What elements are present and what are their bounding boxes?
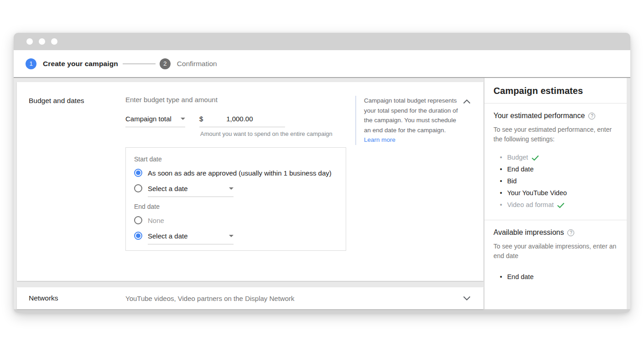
dropdown-arrow-icon	[229, 187, 234, 190]
radio-option-label: As soon as ads are approved (usually wit…	[148, 169, 332, 177]
window-control-dot[interactable]	[51, 38, 57, 45]
end-date-option-none[interactable]: None	[134, 216, 338, 224]
estimated-performance-description: To see your estimated performance, enter…	[493, 125, 618, 144]
budget-amount-helper: Amount you want to spend on the entire c…	[200, 130, 355, 137]
radio-unselected-icon[interactable]	[134, 184, 142, 192]
chevron-down-icon	[463, 296, 471, 300]
list-item-your-youtube-video: • Your YouTube Video	[500, 187, 618, 199]
list-item-video-ad-format: • Video ad format	[500, 199, 618, 211]
campaign-setup-window: 1 Create your campaign 2 Confirmation Bu…	[14, 33, 630, 313]
end-date-option-select-date[interactable]: Select a date	[134, 232, 338, 240]
window-control-dot[interactable]	[26, 38, 33, 45]
budget-instruction: Enter budget type and amount	[125, 96, 355, 104]
budget-field-row: Campaign total $	[125, 115, 355, 127]
sidebar-header: Campaign estimates	[484, 78, 627, 104]
section-heading-row: Your estimated performance ?	[493, 112, 618, 120]
impressions-requirements-list: • End date	[493, 271, 618, 283]
step-number-badge: 2	[160, 58, 171, 69]
bullet-icon: •	[500, 199, 502, 211]
bullet-icon: •	[500, 271, 502, 283]
start-date-option-asap[interactable]: As soon as ads are approved (usually wit…	[134, 169, 338, 177]
networks-card[interactable]: Networks YouTube videos, Video partners …	[17, 287, 483, 309]
requirement-label: Your YouTube Video	[507, 187, 567, 199]
budget-form-column: Enter budget type and amount Campaign to…	[125, 82, 355, 281]
checkmark-icon	[531, 155, 539, 161]
requirement-label: End date	[507, 271, 534, 283]
budget-help-block: Campaign total budget represents your to…	[355, 96, 461, 145]
bullet-icon: •	[500, 163, 502, 175]
bullet-icon: •	[500, 187, 502, 199]
collapse-section-button[interactable]	[463, 98, 471, 106]
radio-unselected-icon[interactable]	[134, 216, 142, 224]
requirement-label: End date	[507, 163, 534, 175]
radio-option-label: None	[148, 217, 164, 224]
content-area: Budget and dates Enter budget type and a…	[14, 78, 630, 309]
requirement-label: Budget	[507, 151, 528, 163]
estimated-performance-heading: Your estimated performance	[493, 112, 585, 120]
step-number-badge: 1	[26, 58, 36, 69]
window-titlebar	[14, 33, 630, 50]
dropdown-arrow-icon	[181, 118, 185, 120]
estimated-performance-section: Your estimated performance ? To see your…	[484, 104, 627, 220]
sidebar-title: Campaign estimates	[493, 86, 618, 96]
available-impressions-description: To see your available impressions, enter…	[493, 242, 618, 261]
chevron-up-icon	[463, 99, 471, 104]
currency-symbol: $	[199, 115, 203, 123]
networks-section-title: Networks	[29, 294, 125, 302]
requirement-label: Bid	[507, 175, 517, 187]
end-date-select-label: Select a date	[148, 232, 188, 240]
checkmark-icon	[557, 202, 565, 208]
start-date-option-select-date[interactable]: Select a date	[134, 184, 338, 192]
requirement-label: Video ad format	[507, 199, 554, 211]
budget-amount-input[interactable]	[203, 115, 276, 123]
learn-more-link[interactable]: Learn more	[364, 135, 395, 145]
step-label: Confirmation	[177, 60, 217, 68]
window-control-dot[interactable]	[39, 38, 45, 45]
step-connector-line	[123, 63, 156, 64]
networks-value: YouTube videos, Video partners on the Di…	[125, 295, 463, 302]
help-icon[interactable]: ?	[588, 113, 595, 119]
step-label: Create your campaign	[43, 60, 118, 68]
performance-requirements-list: • Budget • End date • Bid	[493, 151, 618, 211]
end-date-label: End date	[134, 203, 338, 210]
budget-help-text: Campaign total budget represents your to…	[364, 97, 458, 134]
radio-selected-icon[interactable]	[134, 232, 142, 240]
budget-type-select[interactable]: Campaign total	[125, 115, 185, 127]
dropdown-arrow-icon	[229, 235, 234, 237]
start-date-select-label: Select a date	[148, 185, 188, 192]
stepper: 1 Create your campaign 2 Confirmation	[14, 50, 630, 78]
main-column: Budget and dates Enter budget type and a…	[14, 78, 484, 309]
date-settings-box: Start date As soon as ads are approved (…	[125, 147, 346, 251]
budget-type-value: Campaign total	[125, 115, 171, 123]
list-item-bid: • Bid	[500, 175, 618, 187]
available-impressions-heading: Available impressions	[493, 228, 564, 237]
list-item-budget: • Budget	[500, 151, 618, 163]
step-create-campaign[interactable]: 1 Create your campaign	[26, 58, 118, 69]
budget-section-label-column: Budget and dates	[17, 82, 125, 281]
radio-selected-icon[interactable]	[134, 169, 142, 177]
budget-amount-field[interactable]: $	[199, 115, 285, 127]
bullet-icon: •	[500, 175, 502, 187]
budget-help-column: Campaign total budget represents your to…	[355, 82, 483, 281]
bullet-icon: •	[500, 151, 502, 163]
section-heading-row: Available impressions ?	[493, 228, 618, 237]
step-confirmation[interactable]: 2 Confirmation	[160, 58, 217, 69]
campaign-estimates-sidebar: Campaign estimates Your estimated perfor…	[484, 78, 627, 309]
budget-and-dates-card: Budget and dates Enter budget type and a…	[17, 82, 483, 281]
list-item-end-date: • End date	[500, 163, 618, 175]
start-date-select[interactable]: Select a date	[148, 185, 234, 197]
help-icon[interactable]: ?	[567, 229, 574, 236]
end-date-select[interactable]: Select a date	[148, 232, 234, 244]
list-item-end-date: • End date	[500, 271, 618, 283]
available-impressions-section: Available impressions ? To see your avai…	[484, 220, 627, 292]
start-date-label: Start date	[134, 155, 338, 163]
budget-section-title: Budget and dates	[29, 97, 114, 105]
